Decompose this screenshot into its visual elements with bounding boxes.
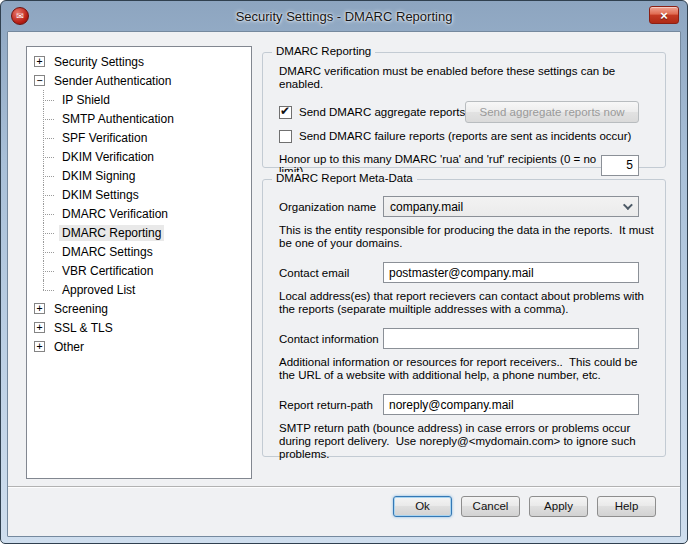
organization-name-dropdown[interactable]: company.mail <box>383 196 639 217</box>
apply-button[interactable]: Apply <box>529 496 588 517</box>
tree-item-label: Approved List <box>59 282 138 298</box>
tree-item-dmarc-verification[interactable]: DMARC Verification <box>29 204 249 223</box>
tree-item-sender-authentication[interactable]: −Sender Authentication <box>29 71 249 90</box>
return-path-help-text: SMTP return path (bounce address) in cas… <box>279 422 655 461</box>
contact-email-label: Contact email <box>279 267 383 279</box>
window-title: Security Settings - DMARC Reporting <box>236 9 453 24</box>
dialog-window: ✉ Security Settings - DMARC Reporting × … <box>0 0 688 544</box>
organization-name-value: company.mail <box>390 200 623 214</box>
tree-item-vbr-certification[interactable]: VBR Certification <box>29 261 249 280</box>
tree-item-label: DKIM Settings <box>59 187 142 203</box>
contact-email-row: Contact email <box>279 262 639 283</box>
chevron-down-icon <box>623 200 633 210</box>
collapse-minus-icon[interactable]: − <box>34 75 45 86</box>
tree-item-label: Other <box>51 339 87 355</box>
tree-item-label: Screening <box>51 301 111 317</box>
return-path-label: Report return-path <box>279 399 383 411</box>
settings-tree[interactable]: +Security Settings−Sender Authentication… <box>26 46 252 479</box>
help-button[interactable]: Help <box>597 496 656 517</box>
tree-item-dmarc-reporting[interactable]: DMARC Reporting <box>29 223 249 242</box>
tree-item-label: VBR Certification <box>59 263 156 279</box>
tree-item-label: SMTP Authentication <box>59 111 177 127</box>
tree-item-label: Sender Authentication <box>51 73 174 89</box>
tree-item-screening[interactable]: +Screening <box>29 299 249 318</box>
tree-item-dkim-verification[interactable]: DKIM Verification <box>29 147 249 166</box>
dmarc-metadata-group: DMARC Report Meta-Data Organization name… <box>262 179 666 457</box>
send-aggregate-reports-now-button[interactable]: Send aggregate reports now <box>465 101 639 123</box>
tree-item-ip-shield[interactable]: IP Shield <box>29 90 249 109</box>
mdaemon-app-icon: ✉ <box>11 7 29 25</box>
expand-plus-icon[interactable]: + <box>34 56 45 67</box>
tree-item-label: DKIM Signing <box>59 168 138 184</box>
tree-item-label: DMARC Settings <box>59 244 156 260</box>
expand-plus-icon[interactable]: + <box>34 341 45 352</box>
title-bar[interactable]: ✉ Security Settings - DMARC Reporting × <box>1 1 687 31</box>
tree-item-label: IP Shield <box>59 92 113 108</box>
organization-name-label: Organization name <box>279 201 383 213</box>
contact-email-help-text: Local address(es) that report recievers … <box>279 290 655 316</box>
contact-information-label: Contact information <box>279 333 383 345</box>
tree-item-dkim-settings[interactable]: DKIM Settings <box>29 185 249 204</box>
ok-button[interactable]: Ok <box>393 496 452 517</box>
tree-item-smtp-authentication[interactable]: SMTP Authentication <box>29 109 249 128</box>
failure-reports-checkbox[interactable] <box>279 130 292 143</box>
tree-item-label: SPF Verification <box>59 130 150 146</box>
expand-plus-icon[interactable]: + <box>34 303 45 314</box>
tree-item-approved-list[interactable]: Approved List <box>29 280 249 299</box>
aggregate-reports-row: Send DMARC aggregate reports Send aggreg… <box>279 101 639 123</box>
group-title: DMARC Reporting <box>272 45 375 57</box>
group-title: DMARC Report Meta-Data <box>272 172 417 184</box>
aggregate-reports-checkbox[interactable] <box>279 106 292 119</box>
tree-item-other[interactable]: +Other <box>29 337 249 356</box>
honor-recipients-input[interactable] <box>601 155 639 176</box>
contact-information-input[interactable] <box>383 328 639 349</box>
main-row: +Security Settings−Sender Authentication… <box>8 32 680 486</box>
expand-plus-icon[interactable]: + <box>34 322 45 333</box>
tree-item-dmarc-settings[interactable]: DMARC Settings <box>29 242 249 261</box>
dmarc-reporting-group: DMARC Reporting DMARC verification must … <box>262 52 666 168</box>
close-button[interactable]: × <box>649 6 679 24</box>
tree-item-ssl-tls[interactable]: +SSL & TLS <box>29 318 249 337</box>
dialog-content: +Security Settings−Sender Authentication… <box>7 31 681 537</box>
tree-item-label: DMARC Verification <box>59 206 171 222</box>
failure-reports-row: Send DMARC failure reports (reports are … <box>279 128 639 144</box>
contact-information-row: Contact information <box>279 328 639 349</box>
organization-help-text: This is the entity responsible for produ… <box>279 224 655 250</box>
tree-item-label: DMARC Reporting <box>59 225 164 241</box>
settings-panel: DMARC Reporting DMARC verification must … <box>262 46 666 479</box>
tree-item-label: Security Settings <box>51 54 147 70</box>
failure-reports-label: Send DMARC failure reports (reports are … <box>299 130 631 142</box>
return-path-input[interactable] <box>383 394 639 415</box>
tree-item-spf-verification[interactable]: SPF Verification <box>29 128 249 147</box>
tree-item-security-settings[interactable]: +Security Settings <box>29 52 249 71</box>
contact-information-help-text: Additional information or resources for … <box>279 356 655 382</box>
tree-item-label: DKIM Verification <box>59 149 157 165</box>
dmarc-verification-note: DMARC verification must be enabled befor… <box>279 65 639 91</box>
organization-row: Organization name company.mail <box>279 196 639 217</box>
return-path-row: Report return-path <box>279 394 639 415</box>
aggregate-reports-label: Send DMARC aggregate reports <box>299 106 465 118</box>
cancel-button[interactable]: Cancel <box>461 496 520 517</box>
button-bar: Ok Cancel Apply Help <box>8 486 680 536</box>
tree-item-dkim-signing[interactable]: DKIM Signing <box>29 166 249 185</box>
contact-email-input[interactable] <box>383 262 639 283</box>
tree-item-label: SSL & TLS <box>51 320 116 336</box>
